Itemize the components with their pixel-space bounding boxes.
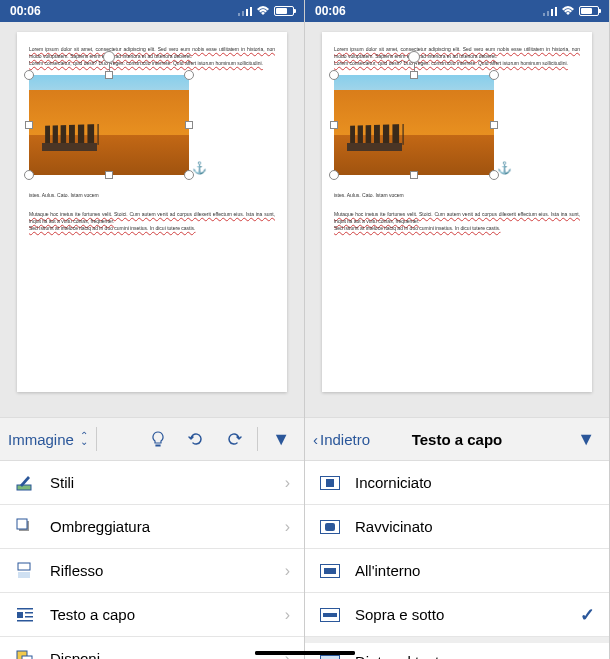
chevron-left-icon: ‹: [313, 431, 318, 448]
document-page: Lorem ipsum dolor sit amet, consectetur …: [322, 32, 592, 392]
svg-rect-16: [543, 13, 545, 16]
document-canvas[interactable]: Lorem ipsum dolor sit amet, consectetur …: [0, 22, 304, 417]
resize-handle-bl[interactable]: [24, 170, 34, 180]
document-page: Lorem ipsum dolor sit amet, consectetur …: [17, 32, 287, 392]
park-bench-photo: [29, 75, 189, 175]
format-toolbar: Immagine ⌃⌄ ▼: [0, 417, 304, 461]
doc-paragraph: Lorem ipsum dolor sit amet, consectetur …: [29, 46, 275, 60]
menu-item-riflesso[interactable]: Riflesso›: [0, 549, 304, 593]
resize-handle-ml[interactable]: [330, 121, 338, 129]
battery-icon: [579, 6, 599, 16]
svg-rect-8: [18, 572, 30, 578]
doc-paragraph: Lorem consectetur, quid desit? Duo Reges…: [334, 60, 580, 67]
panel-title: Testo a capo: [412, 431, 503, 448]
chevron-right-icon: ›: [285, 606, 290, 624]
doc-paragraph: Mutaque hoc inetus ite fortunes velit. S…: [29, 211, 275, 225]
resize-handle-tm[interactable]: [105, 71, 113, 79]
resize-handle-tl[interactable]: [329, 70, 339, 80]
svg-rect-9: [17, 608, 33, 610]
menu-item-stili[interactable]: Stili›: [0, 461, 304, 505]
rotate-handle[interactable]: [408, 51, 420, 63]
updown-icon: ⌃⌄: [80, 433, 88, 445]
menu-item-label: Testo a capo: [50, 606, 271, 623]
right-screenshot: 00:06 Lorem ipsum dolor sit amet, consec…: [305, 0, 610, 659]
image-caption: istes. Aulus. Cato. Istam vocem: [334, 192, 404, 198]
wrap-option-label: Ravvicinato: [355, 518, 595, 535]
menu-item-label: Stili: [50, 474, 271, 491]
cell-signal-icon: [543, 6, 557, 16]
wrap-interno-icon: [319, 560, 341, 582]
context-tab-dropdown[interactable]: Immagine ⌃⌄: [8, 431, 88, 448]
resize-handle-bm[interactable]: [410, 171, 418, 179]
wrap-options-menu: IncorniciatoRavvicinatoAll'internoSopra …: [305, 461, 609, 659]
panel-header: ‹ Indietro Testo a capo ▼: [305, 417, 609, 461]
image-menu: Stili›Ombreggiatura›Riflesso›Testo a cap…: [0, 461, 304, 659]
resize-handle-mr[interactable]: [185, 121, 193, 129]
collapse-icon[interactable]: ▼: [571, 429, 601, 450]
svg-rect-13: [17, 620, 33, 622]
wrap-option-label: All'interno: [355, 562, 595, 579]
battery-icon: [274, 6, 294, 16]
shadow-icon: [14, 516, 36, 538]
svg-rect-10: [17, 612, 23, 618]
check-icon: ✓: [580, 604, 595, 626]
wifi-icon: [256, 6, 270, 16]
collapse-icon[interactable]: ▼: [266, 429, 296, 450]
wrap-option-label: Dietro al testo: [355, 653, 595, 659]
back-button[interactable]: ‹ Indietro: [313, 431, 370, 448]
wrap-option-incorniciato[interactable]: Incorniciato: [305, 461, 609, 505]
resize-handle-mr[interactable]: [490, 121, 498, 129]
wrap-ravvicinato-icon: [319, 516, 341, 538]
svg-rect-2: [246, 9, 248, 16]
status-bar: 00:06: [305, 0, 609, 22]
svg-rect-19: [555, 7, 557, 16]
anchor-icon[interactable]: ⚓: [192, 161, 207, 175]
park-bench-photo: [334, 75, 494, 175]
home-indicator[interactable]: [255, 651, 355, 655]
chevron-right-icon: ›: [285, 474, 290, 492]
menu-item-testo-a-capo[interactable]: Testo a capo›: [0, 593, 304, 637]
selected-image[interactable]: ⚓: [29, 75, 189, 175]
resize-handle-tl[interactable]: [24, 70, 34, 80]
selected-image[interactable]: ⚓: [334, 75, 494, 175]
clock: 00:06: [315, 4, 346, 18]
resize-handle-tr[interactable]: [184, 70, 194, 80]
chevron-right-icon: ›: [285, 518, 290, 536]
resize-handle-bl[interactable]: [329, 170, 339, 180]
wrap-option-interno[interactable]: All'interno: [305, 549, 609, 593]
doc-paragraph: Lorem consectetur, quid desit? Duo Reges…: [29, 60, 275, 67]
menu-item-ombreggiatura[interactable]: Ombreggiatura›: [0, 505, 304, 549]
redo-icon[interactable]: [219, 430, 249, 448]
rotate-handle[interactable]: [103, 51, 115, 63]
svg-rect-7: [18, 563, 30, 570]
image-caption: istes. Aulus. Cato. Istam vocem: [29, 192, 99, 198]
reflect-icon: [14, 560, 36, 582]
clock: 00:06: [10, 4, 41, 18]
undo-icon[interactable]: [181, 430, 211, 448]
wrap-option-ravvicinato[interactable]: Ravvicinato: [305, 505, 609, 549]
menu-item-label: Ombreggiatura: [50, 518, 271, 535]
anchor-icon[interactable]: ⚓: [497, 161, 512, 175]
wrap-sopra-sotto-icon: [319, 604, 341, 626]
resize-handle-tm[interactable]: [410, 71, 418, 79]
svg-rect-0: [238, 13, 240, 16]
resize-handle-bm[interactable]: [105, 171, 113, 179]
svg-rect-4: [17, 485, 31, 490]
lightbulb-icon[interactable]: [143, 430, 173, 448]
context-tab-label: Immagine: [8, 431, 74, 448]
svg-rect-6: [17, 519, 27, 529]
resize-handle-ml[interactable]: [25, 121, 33, 129]
svg-rect-12: [25, 616, 33, 618]
resize-handle-tr[interactable]: [489, 70, 499, 80]
svg-rect-17: [547, 11, 549, 16]
menu-item-label: Disponi: [50, 650, 271, 659]
doc-paragraph: Lorem ipsum dolor sit amet, consectetur …: [334, 46, 580, 60]
wrap-option-sopra-sotto[interactable]: Sopra e sotto✓: [305, 593, 609, 637]
brush-icon: [14, 472, 36, 494]
chevron-right-icon: ›: [285, 562, 290, 580]
wrap-option-dietro[interactable]: Dietro al testo: [305, 637, 609, 659]
menu-item-disponi[interactable]: Disponi›: [0, 637, 304, 659]
document-canvas[interactable]: Lorem ipsum dolor sit amet, consectetur …: [305, 22, 609, 417]
svg-rect-11: [25, 612, 33, 614]
doc-paragraph: Sed istiumt at inteloce itaciq ad in duo…: [334, 225, 580, 232]
